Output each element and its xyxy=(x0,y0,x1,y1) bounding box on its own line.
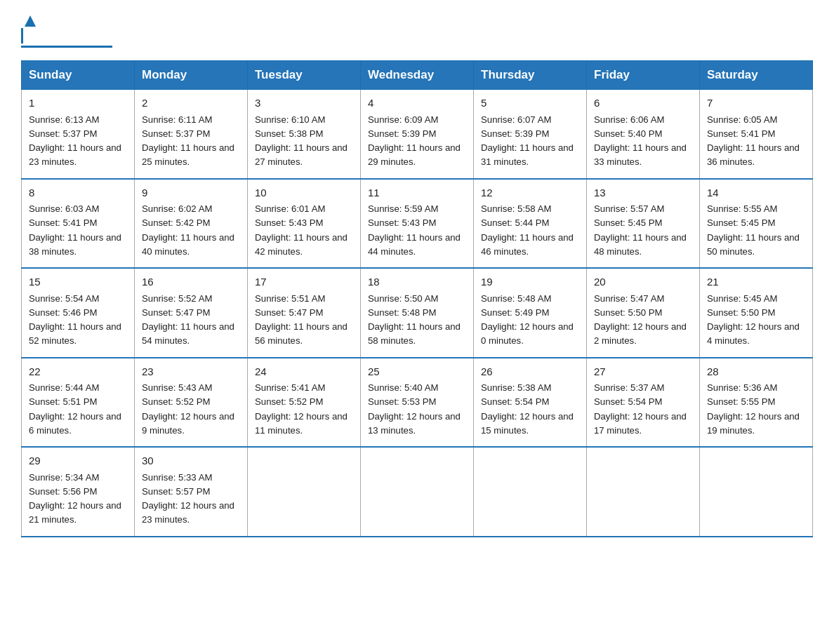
day-number: 27 xyxy=(594,364,692,380)
day-number: 30 xyxy=(142,453,240,469)
day-info: Sunrise: 5:36 AMSunset: 5:55 PMDaylight:… xyxy=(707,382,800,436)
day-info: Sunrise: 6:13 AMSunset: 5:37 PMDaylight:… xyxy=(29,114,121,168)
calendar-cell xyxy=(474,447,587,537)
calendar-cell: 7Sunrise: 6:05 AMSunset: 5:41 PMDaylight… xyxy=(700,90,813,179)
day-info: Sunrise: 6:10 AMSunset: 5:38 PMDaylight:… xyxy=(255,114,348,168)
day-info: Sunrise: 5:57 AMSunset: 5:45 PMDaylight:… xyxy=(594,203,687,257)
calendar-cell xyxy=(700,447,813,537)
page: SundayMondayTuesdayWednesdayThursdayFrid… xyxy=(0,0,834,558)
day-info: Sunrise: 5:50 AMSunset: 5:48 PMDaylight:… xyxy=(368,293,461,347)
calendar-cell: 22Sunrise: 5:44 AMSunset: 5:51 PMDayligh… xyxy=(22,358,135,448)
calendar-week-row: 22Sunrise: 5:44 AMSunset: 5:51 PMDayligh… xyxy=(22,358,813,448)
day-number: 15 xyxy=(29,274,127,290)
day-info: Sunrise: 5:55 AMSunset: 5:45 PMDaylight:… xyxy=(707,203,800,257)
day-number: 13 xyxy=(594,185,692,201)
calendar-cell: 23Sunrise: 5:43 AMSunset: 5:52 PMDayligh… xyxy=(135,358,248,448)
calendar-table: SundayMondayTuesdayWednesdayThursdayFrid… xyxy=(21,60,813,537)
day-number: 18 xyxy=(368,274,466,290)
day-number: 12 xyxy=(481,185,579,201)
calendar-cell: 12Sunrise: 5:58 AMSunset: 5:44 PMDayligh… xyxy=(474,179,587,269)
calendar-cell: 19Sunrise: 5:48 AMSunset: 5:49 PMDayligh… xyxy=(474,268,587,358)
day-info: Sunrise: 5:47 AMSunset: 5:50 PMDaylight:… xyxy=(594,293,687,347)
day-header-tuesday: Tuesday xyxy=(248,61,361,90)
day-header-saturday: Saturday xyxy=(700,61,813,90)
day-number: 1 xyxy=(29,95,127,112)
day-info: Sunrise: 5:52 AMSunset: 5:47 PMDaylight:… xyxy=(142,293,234,347)
calendar-cell: 24Sunrise: 5:41 AMSunset: 5:52 PMDayligh… xyxy=(248,358,361,448)
day-info: Sunrise: 6:05 AMSunset: 5:41 PMDaylight:… xyxy=(707,114,800,168)
day-info: Sunrise: 5:45 AMSunset: 5:50 PMDaylight:… xyxy=(707,293,800,347)
day-info: Sunrise: 5:44 AMSunset: 5:51 PMDaylight:… xyxy=(29,382,121,436)
calendar-week-row: 1Sunrise: 6:13 AMSunset: 5:37 PMDaylight… xyxy=(22,90,813,179)
day-info: Sunrise: 5:43 AMSunset: 5:52 PMDaylight:… xyxy=(142,382,234,436)
calendar-cell: 25Sunrise: 5:40 AMSunset: 5:53 PMDayligh… xyxy=(361,358,474,448)
day-header-friday: Friday xyxy=(587,61,700,90)
calendar-cell: 17Sunrise: 5:51 AMSunset: 5:47 PMDayligh… xyxy=(248,268,361,358)
day-info: Sunrise: 6:09 AMSunset: 5:39 PMDaylight:… xyxy=(368,114,461,168)
day-number: 17 xyxy=(255,274,353,290)
calendar-cell: 9Sunrise: 6:02 AMSunset: 5:42 PMDaylight… xyxy=(135,179,248,269)
day-number: 28 xyxy=(707,364,805,380)
day-number: 5 xyxy=(481,95,579,112)
calendar-cell: 30Sunrise: 5:33 AMSunset: 5:57 PMDayligh… xyxy=(135,447,248,537)
day-info: Sunrise: 5:37 AMSunset: 5:54 PMDaylight:… xyxy=(594,382,687,436)
svg-marker-0 xyxy=(25,15,36,27)
day-info: Sunrise: 5:34 AMSunset: 5:56 PMDaylight:… xyxy=(29,472,121,525)
day-number: 3 xyxy=(255,95,353,112)
day-info: Sunrise: 5:33 AMSunset: 5:57 PMDaylight:… xyxy=(142,472,234,525)
calendar-cell xyxy=(248,447,361,537)
calendar-cell: 15Sunrise: 5:54 AMSunset: 5:46 PMDayligh… xyxy=(22,268,135,358)
calendar-cell: 1Sunrise: 6:13 AMSunset: 5:37 PMDaylight… xyxy=(22,90,135,179)
calendar-cell: 5Sunrise: 6:07 AMSunset: 5:39 PMDaylight… xyxy=(474,90,587,179)
calendar-cell: 6Sunrise: 6:06 AMSunset: 5:40 PMDaylight… xyxy=(587,90,700,179)
calendar-cell: 10Sunrise: 6:01 AMSunset: 5:43 PMDayligh… xyxy=(248,179,361,269)
calendar-week-row: 29Sunrise: 5:34 AMSunset: 5:56 PMDayligh… xyxy=(22,447,813,537)
logo xyxy=(21,14,112,48)
day-header-sunday: Sunday xyxy=(22,61,135,90)
day-number: 26 xyxy=(481,364,579,380)
day-number: 22 xyxy=(29,364,127,380)
day-number: 2 xyxy=(142,95,240,112)
day-info: Sunrise: 5:54 AMSunset: 5:46 PMDaylight:… xyxy=(29,293,121,347)
day-number: 8 xyxy=(29,185,127,201)
calendar-cell: 2Sunrise: 6:11 AMSunset: 5:37 PMDaylight… xyxy=(135,90,248,179)
calendar-cell: 26Sunrise: 5:38 AMSunset: 5:54 PMDayligh… xyxy=(474,358,587,448)
calendar-cell: 8Sunrise: 6:03 AMSunset: 5:41 PMDaylight… xyxy=(22,179,135,269)
calendar-cell xyxy=(361,447,474,537)
day-info: Sunrise: 5:40 AMSunset: 5:53 PMDaylight:… xyxy=(368,382,461,436)
day-header-thursday: Thursday xyxy=(474,61,587,90)
calendar-cell: 13Sunrise: 5:57 AMSunset: 5:45 PMDayligh… xyxy=(587,179,700,269)
calendar-cell: 14Sunrise: 5:55 AMSunset: 5:45 PMDayligh… xyxy=(700,179,813,269)
logo-underline xyxy=(21,46,112,48)
day-info: Sunrise: 5:59 AMSunset: 5:43 PMDaylight:… xyxy=(368,203,461,257)
calendar-cell: 18Sunrise: 5:50 AMSunset: 5:48 PMDayligh… xyxy=(361,268,474,358)
day-number: 29 xyxy=(29,453,127,469)
calendar-cell: 4Sunrise: 6:09 AMSunset: 5:39 PMDaylight… xyxy=(361,90,474,179)
day-info: Sunrise: 5:38 AMSunset: 5:54 PMDaylight:… xyxy=(481,382,574,436)
logo-text xyxy=(21,14,37,31)
calendar-cell: 3Sunrise: 6:10 AMSunset: 5:38 PMDaylight… xyxy=(248,90,361,179)
calendar-cell: 28Sunrise: 5:36 AMSunset: 5:55 PMDayligh… xyxy=(700,358,813,448)
day-info: Sunrise: 5:51 AMSunset: 5:47 PMDaylight:… xyxy=(255,293,348,347)
day-number: 20 xyxy=(594,274,692,290)
day-number: 25 xyxy=(368,364,466,380)
header xyxy=(21,14,813,48)
day-info: Sunrise: 6:03 AMSunset: 5:41 PMDaylight:… xyxy=(29,203,121,257)
calendar-week-row: 8Sunrise: 6:03 AMSunset: 5:41 PMDaylight… xyxy=(22,179,813,269)
day-info: Sunrise: 5:48 AMSunset: 5:49 PMDaylight:… xyxy=(481,293,574,347)
day-header-wednesday: Wednesday xyxy=(361,61,474,90)
day-info: Sunrise: 5:58 AMSunset: 5:44 PMDaylight:… xyxy=(481,203,574,257)
calendar-header-row: SundayMondayTuesdayWednesdayThursdayFrid… xyxy=(22,61,813,90)
calendar-cell: 27Sunrise: 5:37 AMSunset: 5:54 PMDayligh… xyxy=(587,358,700,448)
day-info: Sunrise: 6:07 AMSunset: 5:39 PMDaylight:… xyxy=(481,114,574,168)
day-number: 6 xyxy=(594,95,692,112)
calendar-cell: 11Sunrise: 5:59 AMSunset: 5:43 PMDayligh… xyxy=(361,179,474,269)
day-number: 9 xyxy=(142,185,240,201)
day-number: 19 xyxy=(481,274,579,290)
day-info: Sunrise: 6:02 AMSunset: 5:42 PMDaylight:… xyxy=(142,203,234,257)
day-number: 14 xyxy=(707,185,805,201)
logo-triangle-icon xyxy=(23,14,37,28)
day-info: Sunrise: 6:01 AMSunset: 5:43 PMDaylight:… xyxy=(255,203,348,257)
day-header-monday: Monday xyxy=(135,61,248,90)
day-number: 7 xyxy=(707,95,805,112)
